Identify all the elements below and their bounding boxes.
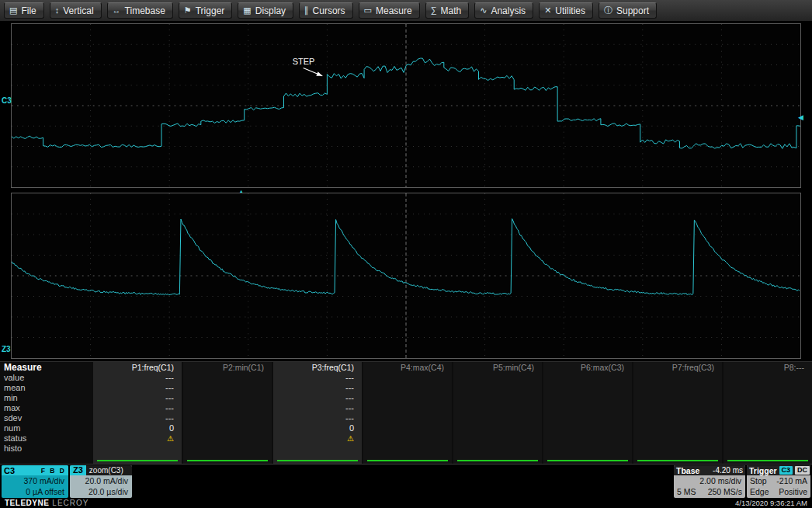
menu-button-math[interactable]: ∑Math [425,2,470,19]
menu-button-label: Timebase [125,5,165,16]
menu-button-utilities[interactable]: ✕Utilities [539,2,593,19]
c3-descriptor-box[interactable]: C3 F B D 370 mA/div 0 µA offset [2,465,68,498]
zoom-waveform-grid[interactable]: Z3 [11,193,801,359]
measure-column-header: P3:freq(C1) [273,362,362,373]
measure-cell-mean [543,383,632,393]
menu-button-cursors[interactable]: ∥Cursors [299,2,353,19]
measure-cell-histo [724,444,812,454]
measure-column-p7[interactable]: P7:freq(C3) [633,362,722,464]
menu-button-label: Support [616,5,649,16]
z3-channel-label: Z3 [2,346,11,353]
measure-cell-num [633,423,722,433]
measure-cell-value [183,373,272,383]
timebase-descriptor-box[interactable]: Tbase -4.20 ms 2.00 ms/div 5 MS 250 MS/s [674,465,745,498]
measure-cell-mean [363,383,452,393]
measure-column-p5[interactable]: P5:min(C4) [453,362,542,464]
timebase-icon: ↔ [113,6,121,15]
analysis-icon: ∿ [480,6,487,15]
z3-descriptor-box[interactable]: Z3 zoom(C3) 20.0 mA/div 20.0 µs/div [70,465,132,498]
trigger-descriptor-box[interactable]: Trigger C3 DC Stop -210 mA Edge Positive [747,465,810,498]
measure-column-p4[interactable]: P4:max(C4) [363,362,452,464]
c3-level-marker-icon[interactable]: ◀ [798,114,803,121]
measure-cell-value [724,373,812,383]
measure-cell-min [183,393,272,403]
measure-histogram-baseline [367,460,448,461]
z3-descriptor-channel: Z3 [70,465,86,475]
warning-icon: ⚠ [347,434,354,443]
c3-offset: 0 µA offset [2,486,68,497]
measure-cell-value [363,373,452,383]
measure-cell-histo [363,444,452,454]
trigger-level: -210 mA [776,475,807,486]
vertical-icon: ↕ [55,6,60,15]
measure-column-header: P8:--- [724,362,812,373]
descriptor-bar: C3 F B D 370 mA/div 0 µA offset Z3 zoom(… [0,465,812,499]
measure-cell-num [183,423,272,433]
measure-cell-min: --- [273,393,362,403]
menu-button-trigger[interactable]: ⚑Trigger [179,2,232,19]
measure-cell-sdev [453,413,542,423]
measure-cell-status [453,433,542,444]
measure-cell-num: 0 [93,423,182,433]
measure-cell-sdev [633,413,722,423]
measure-cell-max [633,403,722,413]
measure-cell-max [183,403,272,413]
menu-button-label: Cursors [313,5,345,16]
measure-cell-mean [724,383,812,393]
timebase-label: Tbase [676,466,699,475]
c3-scale: 370 mA/div [2,475,68,486]
measure-column-p6[interactable]: P6:max(C3) [543,362,632,464]
measure-cell-max [453,403,542,413]
measure-table: Measure valuemeanminmaxsdevnumstatushist… [0,361,812,465]
trigger-type-row: Edge Positive [747,486,810,497]
trigger-type: Edge [750,486,769,497]
brand-primary: TELEDYNE [5,499,49,507]
measure-column-p3[interactable]: P3:freq(C1)---------------0⚠ [273,362,362,464]
measure-row-label-num: num [4,423,92,433]
measure-cell-histo [273,444,362,454]
menu-bar: ▤File↕Vertical↔Timebase⚑Trigger▦Display∥… [0,0,812,22]
measure-cell-histo [183,444,272,454]
measure-row-label-max: max [4,403,92,413]
menu-button-measure[interactable]: ▭Measure [359,2,420,19]
measure-column-p2[interactable]: P2:min(C1) [183,362,272,464]
menu-button-vertical[interactable]: ↕Vertical [50,2,102,19]
display-icon: ▦ [243,6,251,15]
measure-row-label-min: min [4,393,92,403]
measure-cell-max [363,403,452,413]
measure-column-header: P6:max(C3) [543,362,632,373]
measure-cell-min [633,393,722,403]
trigger-mode-row: Stop -210 mA [747,475,810,486]
datetime-display: 4/13/2020 9:36:21 AM [735,499,807,507]
measure-cell-max [543,403,632,413]
measure-cell-sdev [183,413,272,423]
trigger-flag-icon: ⚑ [184,6,192,15]
measure-cell-min [543,393,632,403]
menu-button-file[interactable]: ▤File [4,2,44,19]
measure-cell-num [453,423,542,433]
measure-column-p1[interactable]: P1:freq(C1)---------------0⚠ [93,362,182,464]
main-waveform-grid[interactable]: STEP C3 ◀ [11,23,801,188]
timebase-sample-rate: 250 MS/s [708,486,742,497]
measure-column-header: P5:min(C4) [453,362,542,373]
measure-column-header: P2:min(C1) [183,362,272,373]
menu-button-timebase[interactable]: ↔Timebase [107,2,173,19]
measure-cell-max: --- [273,403,362,413]
c3-descriptor-header: C3 F B D [2,465,68,475]
measure-column-p8[interactable]: P8:--- [724,362,812,464]
trigger-header: Trigger C3 DC [747,465,810,475]
measure-histogram-baseline [457,460,538,461]
file-icon: ▤ [9,6,17,15]
menu-button-support[interactable]: ⓘSupport [599,2,657,19]
menu-button-analysis[interactable]: ∿Analysis [474,2,533,19]
measure-label-column: Measure valuemeanminmaxsdevnumstatushist… [0,362,92,464]
measure-cell-num: 0 [273,423,362,433]
menu-button-display[interactable]: ▦Display [238,2,293,19]
measure-cell-histo [633,444,722,454]
measure-cell-sdev [543,413,632,423]
menu-button-label: Measure [376,5,412,16]
measure-cell-value: --- [93,373,182,383]
measure-histogram-baseline [727,460,808,461]
brand-secondary: LECROY [52,499,88,507]
measure-cell-status [363,433,452,444]
